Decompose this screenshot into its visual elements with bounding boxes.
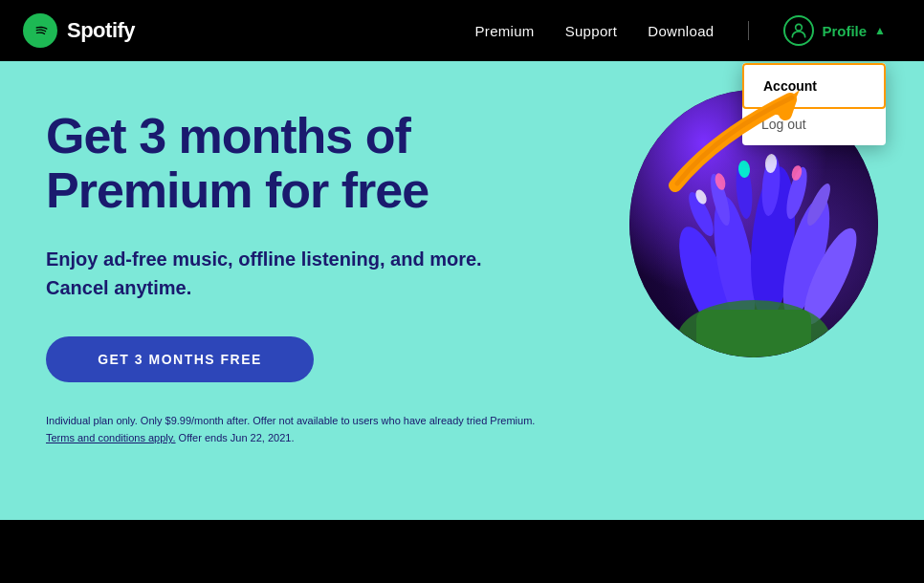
hero-title: Get 3 months of Premium for free	[46, 109, 601, 218]
user-icon	[789, 21, 808, 40]
hero-fine-print: Individual plan only. Only $9.99/month a…	[46, 413, 562, 446]
profile-label: Profile	[822, 23, 867, 39]
spotify-icon	[30, 20, 51, 41]
chevron-up-icon: ▲	[874, 24, 886, 37]
spotify-logo[interactable]: Spotify	[23, 13, 135, 48]
svg-point-1	[796, 24, 803, 31]
bottom-bar	[0, 520, 924, 577]
spotify-logo-icon	[23, 13, 57, 48]
cta-button[interactable]: GET 3 MONTHS FREE	[46, 336, 314, 382]
nav-premium[interactable]: Premium	[475, 23, 535, 39]
profile-dropdown: Account Log out	[742, 63, 886, 145]
navbar-links: Premium Support Download Profile ▲ Accou…	[475, 15, 886, 46]
svg-point-0	[31, 21, 50, 40]
nav-download[interactable]: Download	[648, 23, 714, 39]
nav-divider	[748, 21, 749, 40]
profile-menu[interactable]: Profile ▲ Account Log out	[783, 15, 886, 46]
nav-support[interactable]: Support	[565, 23, 618, 39]
terms-link[interactable]: Terms and conditions apply.	[46, 432, 176, 443]
svg-rect-20	[696, 310, 811, 357]
profile-icon-circle	[783, 15, 814, 46]
navbar: Spotify Premium Support Download Profile…	[0, 0, 924, 61]
account-menu-item[interactable]: Account	[742, 63, 886, 109]
hero-subtitle: Enjoy ad-free music, offline listening, …	[46, 245, 524, 302]
logout-menu-item[interactable]: Log out	[742, 109, 886, 145]
spotify-wordmark: Spotify	[67, 18, 135, 43]
